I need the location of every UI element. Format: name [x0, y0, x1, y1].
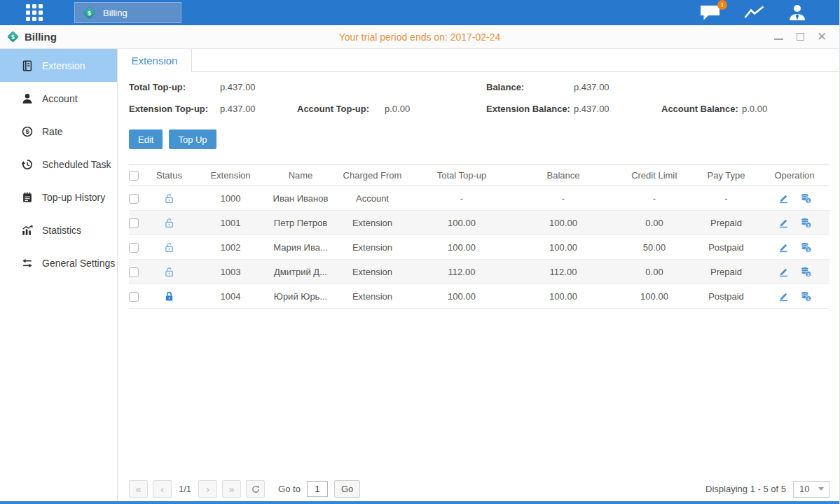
- resource-monitor-button[interactable]: [743, 4, 765, 21]
- sidebar-item-general-settings[interactable]: General Settings: [0, 246, 117, 279]
- refresh-button[interactable]: [246, 480, 265, 498]
- select-all-checkbox[interactable]: [129, 171, 139, 181]
- total-topup-label: Total Top-up:: [129, 82, 220, 92]
- page-size-select[interactable]: 10: [793, 481, 829, 498]
- scheduled-task-icon: [21, 158, 34, 171]
- edit-extension-icon[interactable]: [778, 290, 790, 302]
- minimize-button[interactable]: [773, 32, 783, 42]
- balance-summary: Total Top-up: p.437.00 Balance: p.437.00…: [129, 80, 829, 116]
- extension-cell: 1000: [192, 193, 269, 204]
- trial-notice: Your trial period ends on: 2017-02-24: [0, 31, 839, 43]
- go-button[interactable]: Go: [334, 480, 360, 498]
- name-cell: Юрий Юрь...: [269, 291, 332, 302]
- row-checkbox[interactable]: [129, 194, 139, 204]
- header-pay-type: Pay Type: [693, 170, 759, 181]
- row-checkbox[interactable]: [129, 218, 139, 228]
- maximize-icon: [797, 33, 804, 41]
- next-page-button[interactable]: ›: [198, 480, 217, 498]
- tab-extension[interactable]: Extension: [118, 49, 192, 72]
- charged-from-cell: Extension: [332, 291, 413, 302]
- minimize-icon: [774, 38, 783, 40]
- credit-limit-cell: -: [616, 193, 693, 204]
- line-chart-icon: [743, 4, 765, 21]
- total-topup-cell: 100.00: [413, 218, 511, 228]
- taskbar-tab-billing[interactable]: Billing: [74, 2, 181, 23]
- edit-extension-icon[interactable]: [778, 241, 790, 253]
- statistics-icon: [21, 224, 34, 237]
- goto-page-input[interactable]: [307, 481, 328, 497]
- taskbar-tab-label: Billing: [103, 8, 128, 18]
- extension-cell: 1003: [192, 267, 269, 277]
- app-launcher-button[interactable]: [25, 3, 44, 22]
- balance-cell: -: [511, 193, 616, 204]
- extension-balance-label: Extension Balance:: [486, 104, 574, 114]
- row-operations: [759, 217, 829, 229]
- prev-page-button[interactable]: ‹: [153, 480, 172, 498]
- row-checkbox[interactable]: [129, 243, 139, 253]
- total-topup-cell: 100.00: [413, 291, 511, 302]
- notification-badge: !: [717, 0, 727, 10]
- credit-limit-cell: 50.00: [616, 242, 693, 253]
- close-button[interactable]: ✕: [817, 32, 827, 42]
- unlocked-status-icon: [163, 192, 175, 204]
- table-row: 1001 Петр Петров Extension 100.00 100.00…: [129, 211, 829, 235]
- charged-from-cell: Extension: [332, 218, 413, 228]
- total-topup-cell: 112.00: [413, 267, 511, 277]
- unlocked-status-icon: [163, 266, 175, 278]
- extension-table: Status Extension Name Charged From Total…: [129, 164, 829, 309]
- maximize-button[interactable]: [795, 32, 805, 42]
- table-row: 1002 Мария Ива... Extension 100.00 100.0…: [129, 235, 829, 260]
- edit-button[interactable]: Edit: [129, 130, 163, 149]
- edit-extension-icon[interactable]: [778, 217, 790, 229]
- balance-cell: 100.00: [511, 218, 616, 228]
- topup-extension-icon[interactable]: [800, 217, 812, 229]
- balance-cell: 100.00: [511, 291, 616, 302]
- row-checkbox[interactable]: [129, 267, 139, 277]
- header-operation: Operation: [759, 170, 829, 181]
- header-extension: Extension: [192, 170, 269, 181]
- window-title: Billing: [6, 30, 57, 43]
- top-up-button[interactable]: Top Up: [169, 130, 216, 149]
- pay-type-cell: Postpaid: [693, 291, 759, 302]
- unlocked-status-icon: [163, 217, 175, 229]
- topup-extension-icon[interactable]: [800, 241, 812, 253]
- chevron-down-icon: [818, 487, 824, 491]
- credit-limit-cell: 0.00: [616, 267, 693, 277]
- table-row: 1000 Иван Иванов Account - - - -: [129, 186, 829, 211]
- sidebar-item-extension[interactable]: Extension: [0, 49, 117, 82]
- window-title-text: Billing: [25, 31, 57, 43]
- first-page-button[interactable]: «: [129, 480, 148, 498]
- edit-extension-icon[interactable]: [778, 192, 790, 204]
- user-account-button[interactable]: [787, 4, 807, 22]
- name-cell: Мария Ива...: [269, 242, 332, 253]
- table-row: 1004 Юрий Юрь... Extension 100.00 100.00…: [129, 284, 829, 309]
- sidebar-item-statistics[interactable]: Statistics: [0, 214, 117, 246]
- row-checkbox[interactable]: [129, 292, 139, 302]
- row-operations: [759, 192, 829, 204]
- apps-grid-icon: [25, 4, 43, 22]
- sidebar-item-scheduled-task[interactable]: Scheduled Task: [0, 148, 117, 181]
- pay-type-cell: -: [693, 193, 759, 204]
- topup-extension-icon[interactable]: [800, 266, 812, 278]
- tab-strip: Extension: [118, 49, 839, 72]
- edit-extension-icon[interactable]: [778, 266, 790, 278]
- pay-type-cell: Prepaid: [693, 218, 759, 228]
- topup-extension-icon[interactable]: [800, 290, 812, 302]
- charged-from-cell: Extension: [332, 267, 413, 277]
- extension-cell: 1002: [192, 242, 269, 253]
- notifications-button[interactable]: !: [699, 4, 721, 22]
- table-body: 1000 Иван Иванов Account - - - - 1001 Пе…: [129, 186, 829, 309]
- header-balance: Balance: [511, 170, 616, 181]
- locked-status-icon: [163, 290, 175, 302]
- action-buttons: Edit Top Up: [129, 130, 829, 149]
- page-indicator: 1/1: [179, 484, 191, 494]
- pay-type-cell: Prepaid: [693, 267, 759, 277]
- table-row: 1003 Дмитрий Д... Extension 112.00 112.0…: [129, 260, 829, 284]
- sidebar-item-account[interactable]: Account: [0, 82, 117, 115]
- last-page-button[interactable]: »: [222, 480, 241, 498]
- unlocked-status-icon: [163, 241, 175, 253]
- topup-extension-icon[interactable]: [800, 192, 812, 204]
- credit-limit-cell: 100.00: [616, 291, 693, 302]
- sidebar-item-topup-history[interactable]: Top-up History: [0, 181, 117, 214]
- sidebar-item-rate[interactable]: Rate: [0, 115, 117, 148]
